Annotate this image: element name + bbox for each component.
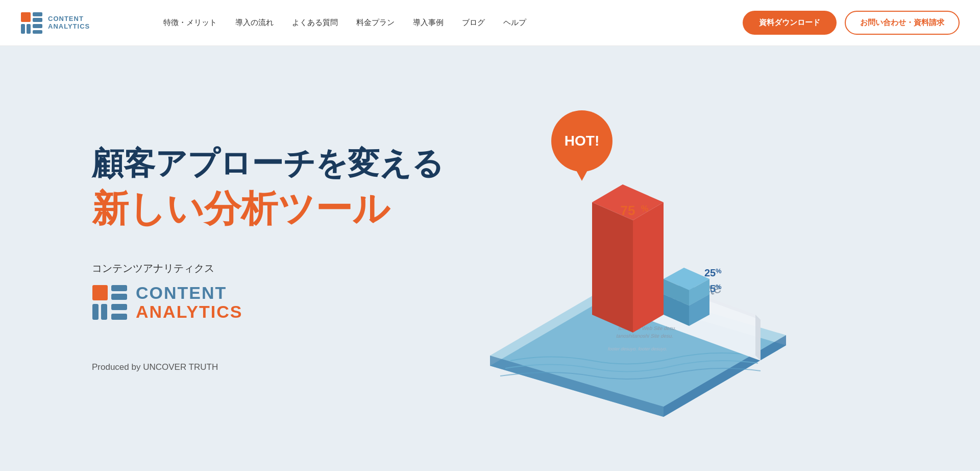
svg-text:footer desuyo. footer desuyo.: footer desuyo. footer desuyo. [607, 346, 668, 351]
svg-rect-6 [33, 30, 42, 34]
hot-label: HOT! [565, 133, 599, 149]
svg-text:75: 75 [621, 203, 635, 218]
svg-rect-13 [111, 314, 127, 320]
svg-text:%: % [716, 267, 722, 275]
header-buttons: 資料ダウンロード お問い合わせ・資料請求 [743, 11, 960, 35]
svg-rect-4 [27, 24, 31, 34]
svg-rect-3 [21, 24, 25, 34]
nav-features[interactable]: 特徴・メリット [163, 18, 217, 28]
svg-rect-10 [92, 304, 99, 320]
hero-logo-icon [92, 285, 128, 320]
download-button[interactable]: 資料ダウンロード [743, 11, 837, 35]
nav-pricing[interactable]: 料金プラン [356, 18, 395, 28]
chart-illustration: Web Site totemoyoi Web Site desu. tanosh… [449, 141, 786, 427]
hero-logo-analytics: ANALYTICS [136, 302, 242, 321]
logo[interactable]: CONTENT ANALYTICS [20, 12, 133, 34]
svg-text:25: 25 [704, 267, 716, 278]
logo-line2: ANALYTICS [48, 23, 90, 30]
nav-cases[interactable]: 導入事例 [413, 18, 444, 28]
svg-rect-9 [111, 294, 127, 300]
nav-flow[interactable]: 導入の流れ [235, 18, 274, 28]
main-nav: 特徴・メリット 導入の流れ よくある質問 料金プラン 導入事例 ブログ ヘルプ [163, 18, 722, 28]
svg-rect-2 [33, 18, 42, 22]
svg-text:%: % [716, 283, 722, 291]
svg-marker-20 [755, 315, 761, 361]
contact-button[interactable]: お問い合わせ・資料請求 [845, 11, 960, 35]
hero-produced: Produced by UNCOVER TRUTH [92, 362, 449, 372]
logo-line1: CONTENT [48, 15, 90, 22]
svg-rect-7 [92, 285, 108, 300]
svg-rect-5 [33, 24, 42, 28]
svg-text:tanoshitanoshi Site desu.: tanoshitanoshi Site desu. [616, 333, 674, 339]
hero-right: HOT! Web Site totemoyoi Web S [449, 80, 909, 437]
svg-rect-1 [33, 12, 42, 16]
svg-marker-27 [633, 202, 664, 333]
hero-heading-1: 顧客アプローチを変える [92, 145, 449, 182]
hero-subtitle: コンテンツアナリティクス [92, 262, 449, 275]
nav-help[interactable]: ヘルプ [503, 18, 526, 28]
header: CONTENT ANALYTICS 特徴・メリット 導入の流れ よくある質問 料… [0, 0, 980, 46]
logo-text: CONTENT ANALYTICS [48, 15, 90, 30]
hero-section: 顧客アプローチを変える 新しい分析ツール コンテンツアナリティクス CONTEN… [0, 46, 980, 471]
svg-text:%: % [641, 204, 648, 213]
nav-faq[interactable]: よくある質問 [292, 18, 338, 28]
svg-rect-11 [101, 304, 107, 320]
hot-bubble: HOT! [551, 110, 612, 172]
svg-rect-8 [111, 285, 127, 291]
hero-heading-2: 新しい分析ツール [92, 186, 449, 230]
logo-icon [20, 12, 43, 34]
hero-logo: CONTENT ANALYTICS [92, 284, 449, 322]
svg-rect-0 [21, 12, 31, 22]
svg-marker-26 [592, 202, 633, 333]
hero-left: 顧客アプローチを変える 新しい分析ツール コンテンツアナリティクス CONTEN… [92, 145, 449, 373]
svg-rect-12 [111, 304, 127, 310]
hero-logo-text: CONTENT ANALYTICS [136, 284, 242, 322]
nav-blog[interactable]: ブログ [462, 18, 485, 28]
hero-logo-content: CONTENT [136, 284, 242, 302]
